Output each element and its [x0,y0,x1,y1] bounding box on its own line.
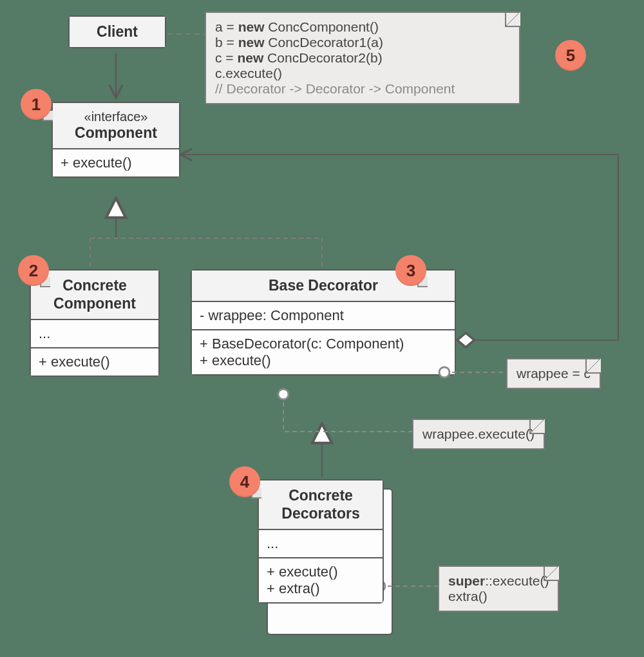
method-extra: + extra() [267,580,375,597]
component-box: «interface» Component + execute() [52,102,180,178]
concrete-decorators-slot: ... [259,529,383,557]
badge-3: 3 [395,255,426,286]
concrete-component-slot: ... [31,319,158,347]
badge-1: 1 [21,89,52,120]
base-decorator-field-wrappee: - wrappee: Component [192,301,455,329]
concrete-decorators-box: Concrete Decorators ... + execute() + ex… [258,479,384,604]
client-title: Client [70,17,165,47]
base-decorator-method-ctor: + BaseDecorator(c: Component) [200,336,447,352]
note-fold-icon [585,358,601,374]
badge-4: 4 [229,466,260,497]
note-fold-icon [529,419,545,434]
badge-2: 2 [18,255,49,286]
concrete-decorators-methods: + execute() + extra() [259,557,383,602]
note-wrappee-c: wrappee = c [506,358,601,389]
base-decorator-method-execute: + execute() [200,352,447,369]
concrete-decorators-title: Concrete Decorators [259,481,383,529]
concrete-component-method-execute: + execute() [31,347,158,376]
component-method-execute: + execute() [53,148,179,176]
base-decorator-methods: + BaseDecorator(c: Component) + execute(… [192,329,455,374]
badge-5: 5 [555,40,586,71]
note-fold-icon [544,566,559,581]
note-fold-icon [505,12,520,27]
note-super-execute: super::execute() extra() [438,566,559,612]
note-client-code: a = new ConcComponent() b = new ConcDeco… [205,12,520,104]
base-decorator-box: Base Decorator - wrappee: Component + Ba… [191,269,456,376]
client-box: Client [68,15,166,48]
note-wrappee-execute: wrappee.execute() [412,419,545,450]
method-execute: + execute() [267,564,375,580]
component-head: «interface» Component [53,103,179,148]
component-name: Component [75,124,157,141]
component-stereotype: «interface» [61,110,171,124]
